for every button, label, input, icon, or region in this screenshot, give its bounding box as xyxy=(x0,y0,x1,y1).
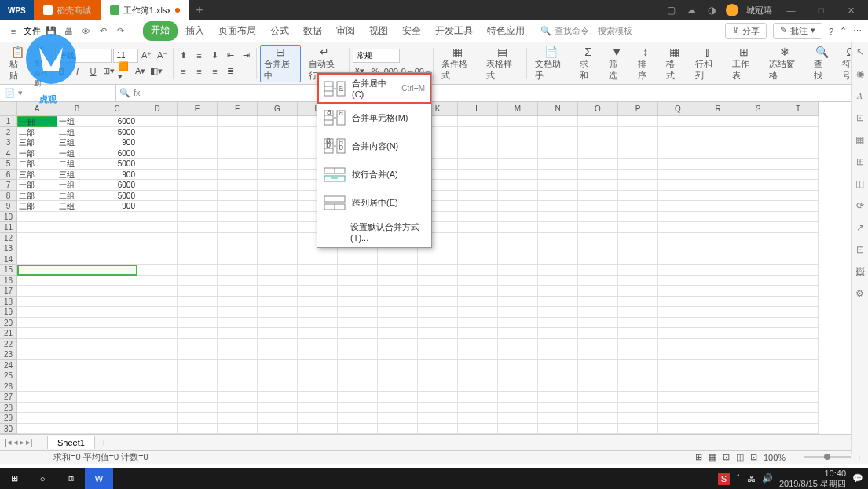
cell[interactable] xyxy=(298,339,338,350)
cell[interactable] xyxy=(137,286,178,297)
cell[interactable] xyxy=(298,286,338,297)
cell[interactable]: 一组 xyxy=(57,180,97,191)
cell[interactable] xyxy=(178,265,218,276)
sort-button[interactable]: ↕排序 xyxy=(633,45,659,82)
number-format[interactable]: 常规 xyxy=(353,49,400,63)
cell[interactable] xyxy=(538,339,578,350)
tab-formula[interactable]: 公式 xyxy=(264,21,295,41)
cell[interactable] xyxy=(778,286,819,297)
cell[interactable] xyxy=(738,222,778,233)
cell[interactable] xyxy=(498,265,538,276)
cell[interactable] xyxy=(618,392,658,403)
cell[interactable] xyxy=(618,276,658,286)
cell[interactable] xyxy=(338,360,378,371)
cell[interactable] xyxy=(778,349,819,360)
cell[interactable] xyxy=(258,297,298,308)
cell[interactable] xyxy=(538,286,578,297)
cell[interactable] xyxy=(778,413,819,424)
cell[interactable] xyxy=(97,222,137,233)
cell[interactable] xyxy=(658,381,698,392)
filter-button[interactable]: ▼筛选 xyxy=(604,45,630,82)
highlight[interactable]: ◧▾ xyxy=(149,64,163,78)
tab-home[interactable]: 开始 xyxy=(143,21,178,41)
sheet-last[interactable]: ▸| xyxy=(26,437,33,447)
file-menu[interactable]: 文件 xyxy=(24,25,41,37)
cell[interactable] xyxy=(738,286,778,297)
cell[interactable] xyxy=(618,328,658,339)
cell[interactable] xyxy=(778,381,819,392)
col-header-P[interactable]: P xyxy=(618,102,658,116)
cell[interactable]: 5000 xyxy=(97,191,137,202)
row-header-21[interactable]: 21 xyxy=(0,328,17,339)
cell[interactable] xyxy=(538,370,578,381)
cell[interactable] xyxy=(618,159,658,170)
cell[interactable]: 二组 xyxy=(57,127,97,138)
cell[interactable] xyxy=(658,116,698,127)
cell[interactable] xyxy=(498,276,538,286)
cell[interactable] xyxy=(338,265,378,276)
cell[interactable] xyxy=(738,381,778,392)
cell[interactable] xyxy=(178,424,218,435)
cell[interactable] xyxy=(17,392,57,403)
col-header-C[interactable]: C xyxy=(97,102,137,116)
cell[interactable] xyxy=(738,127,778,138)
col-header-E[interactable]: E xyxy=(178,102,218,116)
cell[interactable] xyxy=(538,381,578,392)
cell[interactable] xyxy=(578,180,618,191)
cell[interactable] xyxy=(57,276,97,286)
cell[interactable] xyxy=(778,276,819,286)
cell[interactable] xyxy=(178,201,218,212)
cell[interactable] xyxy=(178,318,218,329)
merge-center-button[interactable]: ⊟合并居中 xyxy=(260,45,300,82)
cell[interactable] xyxy=(218,276,258,286)
zoom-value[interactable]: 100% xyxy=(764,453,786,462)
cell[interactable] xyxy=(418,339,458,350)
cell[interactable]: 一组 xyxy=(57,148,97,159)
cell[interactable] xyxy=(178,137,218,148)
col-header-G[interactable]: G xyxy=(258,102,298,116)
cell[interactable] xyxy=(97,349,137,360)
cell[interactable] xyxy=(778,243,819,254)
cell[interactable] xyxy=(378,392,418,403)
cell[interactable] xyxy=(618,191,658,202)
cell[interactable] xyxy=(218,159,258,170)
cell[interactable] xyxy=(778,297,819,308)
cell[interactable] xyxy=(298,360,338,371)
row-header-16[interactable]: 16 xyxy=(0,276,17,286)
cell[interactable] xyxy=(258,148,298,159)
cell[interactable] xyxy=(618,265,658,276)
cell[interactable] xyxy=(578,127,618,138)
cell[interactable] xyxy=(258,222,298,233)
cell[interactable] xyxy=(698,222,738,233)
cell[interactable] xyxy=(618,180,658,191)
row-header-19[interactable]: 19 xyxy=(0,307,17,318)
cell[interactable] xyxy=(658,233,698,244)
sum-button[interactable]: Σ求和 xyxy=(575,45,601,82)
cell[interactable] xyxy=(458,360,498,371)
cell[interactable] xyxy=(498,403,538,414)
cell[interactable] xyxy=(178,243,218,254)
cell[interactable] xyxy=(17,307,57,318)
cell[interactable] xyxy=(178,392,218,403)
align-center[interactable]: ≡ xyxy=(192,64,206,78)
cell[interactable] xyxy=(618,286,658,297)
cell[interactable] xyxy=(298,318,338,329)
cell[interactable] xyxy=(658,148,698,159)
undo-icon[interactable]: ↶ xyxy=(96,24,110,38)
tab-data[interactable]: 数据 xyxy=(297,21,328,41)
cell[interactable] xyxy=(578,297,618,308)
cell[interactable] xyxy=(498,349,538,360)
cell[interactable] xyxy=(298,276,338,286)
cell[interactable] xyxy=(178,127,218,138)
cell[interactable] xyxy=(178,276,218,286)
cell[interactable] xyxy=(298,381,338,392)
cell[interactable] xyxy=(658,222,698,233)
cell[interactable] xyxy=(778,392,819,403)
cell[interactable] xyxy=(258,201,298,212)
cell[interactable] xyxy=(137,392,178,403)
cell[interactable] xyxy=(178,159,218,170)
cell[interactable] xyxy=(57,233,97,244)
cell[interactable] xyxy=(338,254,378,265)
cell[interactable] xyxy=(618,254,658,265)
cell[interactable] xyxy=(738,276,778,286)
